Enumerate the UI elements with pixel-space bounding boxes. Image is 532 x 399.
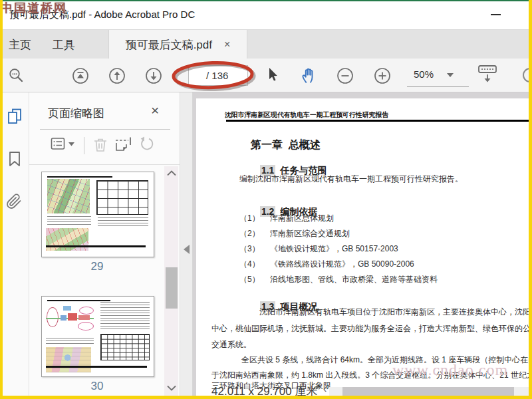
thumb29-text-block [98,217,148,227]
rotate-pages-icon[interactable] [138,136,156,154]
zoom-out-icon[interactable] [336,66,354,85]
main-region: 页面缩略图 × [0,92,532,396]
close-tab-icon[interactable]: × [224,39,230,51]
panel-separator [29,164,180,165]
frame-edge-right [529,0,532,399]
close-panel-icon[interactable]: × [151,102,159,118]
running-head: 沈阳市浑南新区现代有轨电车一期工程预可行性研究报告 [225,110,388,120]
chevron-down-icon[interactable] [447,73,454,77]
thumb29-title-line [47,176,112,178]
thumbnail-page-number: 29 [41,260,153,273]
toolbar: / 136 50% [0,59,532,92]
header-rule [226,120,532,122]
panel-scrollbar-thumb[interactable] [166,267,178,309]
thumb29-table [96,180,148,215]
thumb30-table [100,334,150,360]
minimize-button[interactable] [489,10,503,19]
list-item: （3） 《地铁设计规范》，GB 50157-2003 [239,243,398,255]
chapter-heading: 第一章 总概述 [251,138,321,152]
site-watermark-bottom-right: www.cndao.com [392,361,508,379]
thumb29-text-block [47,216,91,225]
hand-tool-icon[interactable] [299,66,317,84]
frame-edge-bottom [0,396,532,399]
bookmarks-icon[interactable] [7,151,22,167]
list-item: （4） 《铁路线路设计规范》，GB 50090-2006 [239,259,414,270]
horizontal-scrollbar-thumb[interactable] [342,387,514,396]
navigation-rail [0,92,29,396]
paragraph-line: 编制沈阳市浑南新区现代有轨电车一期工程预可行性研究报告。 [239,174,463,185]
pdf-page: 沈阳市浑南新区现代有轨电车一期工程预可行性研究报告 第一章 总概述 1.1任务与… [196,98,532,396]
crop-pages-icon[interactable] [114,136,133,154]
attachments-icon[interactable] [6,194,22,209]
paragraph-line: 沈阳市浑南新区有轨电车项目位于沈阳市浑南新区，主要连接奥体中心，沈阳南站、全 [259,307,532,318]
zoom-in-icon[interactable] [373,66,392,85]
frame-edge-top [0,0,532,1]
tab-bar: 主页 工具 预可最后文稿.pdf × ? [0,29,532,59]
zoom-dropdown-underline [407,86,469,87]
trash-icon[interactable] [92,136,109,154]
panel-title: 页面缩略图 [48,106,104,121]
scroll-left-icon[interactable]: ‹ [323,383,327,395]
panel-separator [40,129,170,130]
thumbnail-page-29[interactable] [41,172,154,257]
thumb30-map-image [46,347,91,372]
panel-divider[interactable] [180,92,193,396]
thumb30-title-line [47,300,110,301]
scroll-up-icon[interactable] [167,170,176,176]
search-icon[interactable] [8,67,25,84]
panel-tool-divider [84,137,84,154]
thumbnail-page-number: 30 [41,380,153,393]
page-down-icon[interactable] [144,66,163,85]
thumb30-footer-line [46,366,147,368]
list-item: （1） 浑南新区总体规划 [239,213,334,224]
collapse-panel-icon[interactable] [184,245,190,254]
select-tool-icon[interactable] [269,68,281,82]
tab-home[interactable]: 主页 [0,30,40,59]
minimize-icon [491,14,501,15]
thumb30-diagram [46,303,95,335]
options-icon[interactable] [51,136,66,152]
zoom-level-dropdown[interactable]: 50% [414,68,434,80]
thumb29-map-image-1 [47,179,90,213]
frame-edge-left [0,0,3,399]
thumb29-map-image-2 [46,228,88,251]
page-up-icon[interactable] [108,66,126,85]
paragraph-line: 中心，桃仙国际机场，沈抚新城。主要功能为服务全运会，打造大浑南新型、绿色环保的公 [211,323,531,334]
thumb30-text-block [46,338,94,346]
tab-tools[interactable]: 工具 [40,30,88,59]
page-number-input[interactable]: / 136 [188,65,248,86]
document-tab-label: 预可最后文稿.pdf [126,37,212,53]
document-view[interactable]: 沈阳市浑南新区现代有轨电车一期工程预可行性研究报告 第一章 总概述 1.1任务与… [193,92,532,396]
page-display-icon[interactable] [475,65,499,84]
thumb30-text-block [100,302,150,331]
page-thumbnails-icon[interactable] [6,108,23,125]
page-size-readout: 42.011 x 29.700 厘米 [211,384,317,396]
list-item: （2） 浑南新区综合交通规划 [239,228,350,239]
thumb29-footer-line [46,245,146,247]
tab-document[interactable]: 预可最后文稿.pdf × [108,30,247,59]
page-thumbnails-panel: 页面缩略图 × [29,92,180,396]
title-bar: 预可最后文稿.pdf - Adobe Acrobat Pro DC [0,0,532,29]
first-page-icon[interactable] [71,66,90,85]
scroll-down-icon[interactable] [167,385,176,391]
thumbnail-page-30[interactable] [41,296,154,377]
paragraph-line: 交通系统。 [211,339,251,350]
page-total-label: / 136 [206,70,228,81]
options-chevron-down-icon[interactable] [68,142,74,146]
acrobat-window: 预可最后文稿.pdf - Adobe Acrobat Pro DC 中国道桥网 … [0,0,532,399]
list-item: （5） 沿线地形图、管线、市政桥梁、道路等基础资料 [239,274,438,285]
site-watermark-top-left: 中国道桥网 [1,0,67,16]
